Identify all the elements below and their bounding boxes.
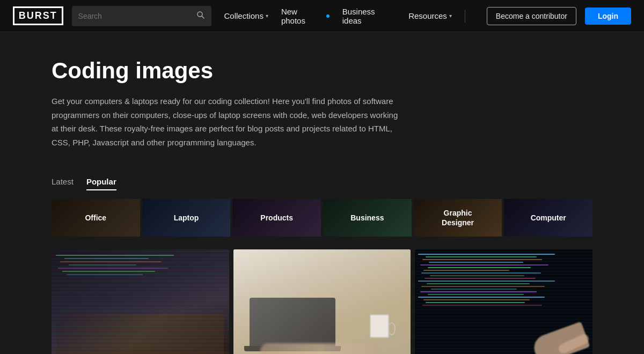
login-button[interactable]: Login [585,8,631,25]
category-laptop[interactable]: Laptop [142,199,231,237]
category-products[interactable]: Products [232,199,321,237]
navbar: BURST Collections ▾ New photos Business … [0,0,644,32]
nav-links: Collections ▾ New photos Business ideas … [224,7,452,25]
tab-popular[interactable]: Popular [86,177,116,190]
search-button[interactable] [196,11,205,21]
category-office[interactable]: Office [52,199,140,237]
nav-new-photos[interactable]: New photos [281,7,330,25]
filter-tabs: Latest Popular [0,166,644,190]
collections-arrow-icon: ▾ [266,13,268,19]
hero-section: Coding images Get your computers & lapto… [0,32,644,166]
resources-arrow-icon: ▾ [449,13,452,19]
nav-business-ideas[interactable]: Business ideas [342,7,396,25]
search-icon [196,11,205,19]
search-input[interactable] [78,12,192,20]
new-photos-dot [326,14,330,18]
nav-resources[interactable]: Resources ▾ [408,11,452,20]
svg-line-1 [202,16,204,18]
photo-item[interactable] [415,249,592,354]
photo-item[interactable] [52,249,229,354]
nav-collections[interactable]: Collections ▾ [224,11,268,20]
category-graphic-designer[interactable]: GraphicDesigner [414,199,502,237]
nav-divider [465,10,465,23]
hero-description: Get your computers & laptops ready for o… [52,94,406,149]
contributor-button[interactable]: Become a contributor [487,7,576,25]
category-computer[interactable]: Computer [504,199,592,237]
category-business[interactable]: Business [323,199,412,237]
search-form [72,6,211,26]
tab-latest[interactable]: Latest [52,177,74,190]
photo-grid [0,245,644,354]
page-title: Coding images [52,58,592,84]
category-tiles: Office Laptop Products Business GraphicD… [0,190,644,245]
photo-item[interactable] [233,249,411,354]
logo[interactable]: BURST [13,6,63,25]
